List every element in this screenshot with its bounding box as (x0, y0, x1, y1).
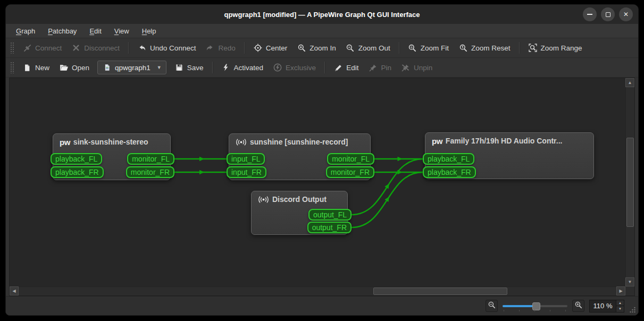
port-input_FL[interactable]: input_FL (227, 153, 265, 165)
activated-button[interactable]: Activated (216, 60, 269, 75)
toolbar-handle[interactable] (10, 42, 14, 54)
button-label: Exclusive (286, 64, 316, 72)
broadcast-icon (258, 196, 269, 204)
button-label: Unpin (414, 64, 432, 72)
bolt-icon (221, 63, 231, 72)
graph-toolbar: Connect Disconnect Undo Connect Redo Cen… (6, 38, 638, 58)
menu-view[interactable]: View (108, 25, 135, 37)
spin-down-icon[interactable]: ▼ (616, 306, 624, 312)
button-label: New (35, 64, 49, 72)
port-output_FL[interactable]: output_FL (308, 209, 352, 221)
patchbay-toolbar: New Open qpwgraph1 ▼ Save Activated Excl… (6, 58, 638, 78)
port-monitor_FR[interactable]: monitor_FR (126, 166, 174, 178)
graph-node-discord-output[interactable]: Discord Outputoutput_FLoutput_FR (251, 191, 348, 235)
zoom-in-icon (297, 43, 306, 53)
zoom-fit-button[interactable]: Zoom Fit (403, 40, 454, 55)
button-label: Zoom Out (358, 44, 390, 52)
scroll-down-button[interactable]: ▼ (625, 277, 634, 286)
scroll-left-button[interactable]: ◀ (10, 286, 19, 295)
open-folder-icon (59, 63, 69, 72)
spin-up-icon[interactable]: ▲ (616, 300, 624, 307)
open-button[interactable]: Open (54, 60, 94, 75)
menu-graph[interactable]: Graph (10, 25, 41, 37)
menu-patchbay[interactable]: Patchbay (42, 25, 82, 37)
button-label: Pin (381, 64, 391, 72)
port-playback_FL[interactable]: playback_FL (51, 153, 102, 165)
menu-edit[interactable]: Edit (83, 25, 107, 37)
broadcast-icon (236, 138, 247, 146)
pin-button[interactable]: Pin (363, 60, 396, 75)
zoom-range-button[interactable]: Zoom Range (523, 40, 587, 55)
zoom-out-button[interactable]: Zoom Out (341, 40, 395, 55)
maximize-button[interactable] (601, 7, 615, 21)
port-playback_FR[interactable]: playback_FR (51, 166, 104, 178)
redo-button[interactable]: Redo (200, 40, 240, 55)
toolbar-separator (399, 42, 399, 54)
zoom-slider-handle[interactable] (532, 302, 540, 310)
window-resize-grip[interactable] (629, 306, 636, 314)
edit-button[interactable]: Edit (329, 60, 363, 75)
zoom-spinbox[interactable]: 110 % ▲ ▼ (589, 300, 624, 312)
horizontal-scrollbar[interactable]: ◀ ▶ (10, 286, 625, 295)
menu-help[interactable]: Help (136, 25, 162, 37)
session-combobox[interactable]: qpwgraph1 ▼ (97, 61, 166, 74)
minimize-button[interactable] (583, 7, 597, 21)
vertical-scrollbar-thumb[interactable] (626, 138, 634, 227)
graph-node-sink-sunshine-stereo[interactable]: pwsink-sunshine-stereoplayback_FLplaybac… (53, 133, 171, 180)
canvas-area: pwsink-sunshine-stereoplayback_FLplaybac… (9, 78, 635, 296)
port-monitor_FL[interactable]: monitor_FL (327, 153, 374, 165)
new-button[interactable]: New (18, 60, 54, 75)
connection-wire[interactable] (352, 172, 423, 227)
connect-button[interactable]: Connect (18, 40, 66, 55)
node-title: sink-sunshine-stereo (73, 138, 148, 146)
maximize-icon (606, 12, 610, 17)
port-output_FR[interactable]: output_FR (307, 222, 352, 233)
scroll-right-button[interactable]: ▶ (616, 286, 625, 295)
redo-icon (205, 43, 215, 53)
port-monitor_FL[interactable]: monitor_FL (127, 153, 174, 165)
vertical-scrollbar[interactable]: ▲ ▼ (625, 78, 634, 286)
graph-node-sunshine[interactable]: sunshine [sunshine-record]input_FLinput_… (229, 133, 371, 180)
statusbar-zoom-in-button[interactable] (572, 300, 584, 312)
unpin-button[interactable]: Unpin (396, 60, 437, 75)
zoom-range-icon (528, 43, 538, 53)
exclusive-button[interactable]: Exclusive (268, 60, 321, 75)
button-label: Disconnect (84, 44, 120, 52)
statusbar: 110 % ▲ ▼ (6, 296, 638, 315)
toolbar-handle[interactable] (10, 62, 14, 73)
center-button[interactable]: Center (248, 40, 292, 55)
new-file-icon (22, 63, 32, 72)
horizontal-scrollbar-thumb[interactable] (373, 288, 507, 295)
zoom-reset-icon (458, 43, 468, 53)
graph-node-family-hd-audio[interactable]: pwFamily 17h/19h HD Audio Contr...playba… (425, 132, 594, 179)
pipewire-icon: pw (60, 138, 70, 146)
zoom-fit-icon (408, 43, 417, 53)
toolbar-separator (212, 62, 213, 73)
port-playback_FR[interactable]: playback_FR (423, 166, 476, 178)
button-label: Edit (346, 64, 358, 72)
pin-icon (368, 63, 378, 72)
graph-canvas[interactable]: pwsink-sunshine-stereoplayback_FLplaybac… (10, 78, 625, 286)
close-button[interactable]: ✕ (619, 7, 633, 21)
zoom-slider-fill (503, 305, 536, 307)
save-button[interactable]: Save (170, 60, 208, 75)
statusbar-zoom-out-button[interactable] (486, 300, 498, 312)
minimize-icon (587, 14, 592, 15)
zoom-slider[interactable] (503, 301, 567, 311)
button-label: Open (72, 64, 89, 72)
disconnect-button[interactable]: Disconnect (66, 40, 124, 55)
pencil-icon (333, 63, 343, 72)
zoom-reset-button[interactable]: Zoom Reset (454, 40, 515, 55)
titlebar: qpwgraph1 [modified] — A PipeWire Graph … (6, 5, 638, 24)
undo-connect-button[interactable]: Undo Connect (132, 40, 200, 55)
menubar: Graph Patchbay Edit View Help (6, 24, 638, 38)
app-window: qpwgraph1 [modified] — A PipeWire Graph … (5, 4, 639, 316)
disconnect-icon (71, 43, 81, 53)
port-input_FR[interactable]: input_FR (227, 166, 266, 178)
port-monitor_FR[interactable]: monitor_FR (326, 166, 374, 178)
scroll-up-button[interactable]: ▲ (625, 78, 634, 87)
connection-arrow-icon (384, 196, 391, 202)
zoom-spin-arrows[interactable]: ▲ ▼ (616, 300, 624, 312)
port-playback_FL[interactable]: playback_FL (423, 153, 474, 165)
zoom-in-button[interactable]: Zoom In (292, 40, 341, 55)
